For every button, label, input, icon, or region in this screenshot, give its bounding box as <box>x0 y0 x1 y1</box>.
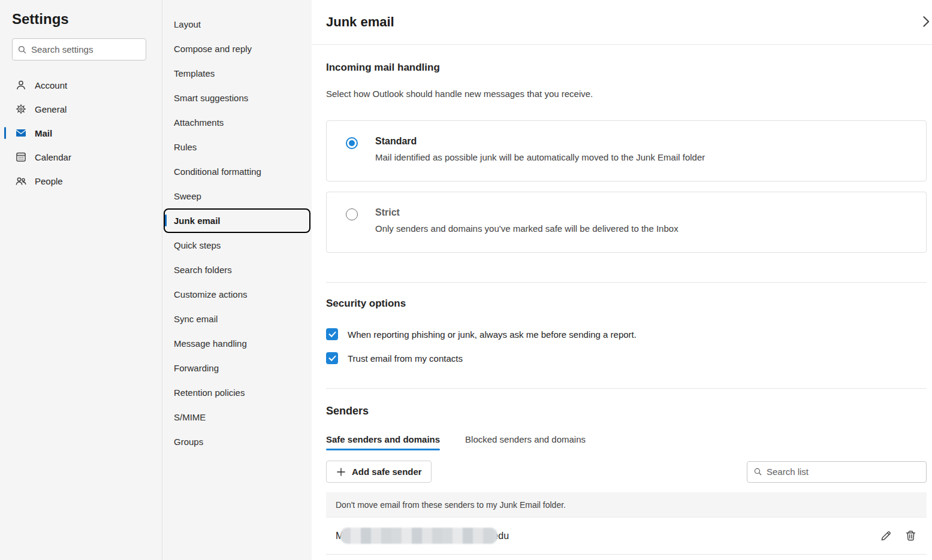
redacted-email-blur <box>340 528 497 544</box>
option-description: Only senders and domains you've marked s… <box>375 223 678 234</box>
search-list-box[interactable] <box>747 461 927 483</box>
security-options-heading: Security options <box>326 298 927 310</box>
sidebar-item-label: Account <box>35 80 67 90</box>
panel-header: Junk email <box>312 0 932 45</box>
settings-sidebar: Settings Account <box>0 0 162 560</box>
radio-strict[interactable] <box>346 208 358 220</box>
safe-sender-row: M edu <box>326 517 927 555</box>
row-actions <box>879 529 917 543</box>
sidebar-item-label: General <box>35 104 67 114</box>
subnav-item-conditional-formatting[interactable]: Conditional formatting <box>164 159 310 184</box>
subnav-item-customize-actions[interactable]: Customize actions <box>164 282 310 307</box>
chevron-right-icon <box>919 14 932 29</box>
section-divider <box>326 388 927 389</box>
subnav-item-quick-steps[interactable]: Quick steps <box>164 233 310 258</box>
incoming-mail-description: Select how Outlook should handle new mes… <box>326 89 927 99</box>
subnav-item-s-mime[interactable]: S/MIME <box>164 405 310 429</box>
search-icon <box>17 45 27 55</box>
option-label: Standard <box>375 136 705 147</box>
page-title: Junk email <box>326 14 394 30</box>
sidebar-item-general[interactable]: General <box>12 97 162 121</box>
panel-content: Incoming mail handling Select how Outloo… <box>312 62 932 555</box>
people-icon <box>15 175 27 187</box>
selected-accent-bar <box>4 127 6 139</box>
add-safe-sender-button[interactable]: Add safe sender <box>326 461 432 483</box>
subnav-item-groups[interactable]: Groups <box>164 429 310 454</box>
subnav-list: LayoutCompose and replyTemplatesSmart su… <box>162 12 312 454</box>
trash-icon <box>904 529 917 542</box>
subnav-item-forwarding[interactable]: Forwarding <box>164 356 310 380</box>
safe-sender-email: M edu <box>336 528 509 544</box>
subnav-item-junk-email[interactable]: Junk email <box>164 208 310 233</box>
sidebar-item-label: Calendar <box>35 152 71 162</box>
tab-blocked-senders[interactable]: Blocked senders and domains <box>465 434 586 450</box>
sidebar-item-account[interactable]: Account <box>12 73 162 97</box>
sidebar-item-label: People <box>35 176 63 186</box>
section-divider <box>326 282 927 283</box>
junk-email-panel: Junk email Incoming mail handling Select… <box>312 0 932 560</box>
settings-search-box[interactable] <box>12 38 146 60</box>
safe-senders-note: Don't move email from these senders to m… <box>326 492 927 517</box>
checkbox-checked-icon[interactable] <box>326 328 338 340</box>
senders-heading: Senders <box>326 405 927 417</box>
settings-title: Settings <box>12 11 162 28</box>
settings-category-nav: Account General Mail <box>12 73 162 193</box>
subnav-item-sync-email[interactable]: Sync email <box>164 307 310 331</box>
senders-tabs: Safe senders and domains Blocked senders… <box>326 434 927 450</box>
subnav-item-rules[interactable]: Rules <box>164 135 310 159</box>
mail-icon <box>15 127 27 139</box>
mail-settings-subnav: LayoutCompose and replyTemplatesSmart su… <box>162 0 312 560</box>
subnav-item-attachments[interactable]: Attachments <box>164 110 310 135</box>
subnav-item-search-folders[interactable]: Search folders <box>164 258 310 282</box>
subnav-item-layout[interactable]: Layout <box>164 12 310 37</box>
subnav-item-retention-policies[interactable]: Retention policies <box>164 380 310 405</box>
person-icon <box>15 79 27 91</box>
option-label: Strict <box>375 207 678 218</box>
safe-senders-toolbar: Add safe sender <box>326 461 927 483</box>
subnav-item-compose-and-reply[interactable]: Compose and reply <box>164 37 310 61</box>
checkbox-row-trust-contacts[interactable]: Trust email from my contacts <box>326 352 927 364</box>
edit-sender-button[interactable] <box>879 529 892 543</box>
search-list-input[interactable] <box>767 467 920 477</box>
subnav-item-templates[interactable]: Templates <box>164 61 310 86</box>
tab-safe-senders[interactable]: Safe senders and domains <box>326 434 440 450</box>
sidebar-item-mail[interactable]: Mail <box>12 121 162 145</box>
add-safe-sender-label: Add safe sender <box>352 467 422 477</box>
checkbox-label: When reporting phishing or junk, always … <box>348 329 637 340</box>
search-icon <box>753 467 762 476</box>
checkbox-label: Trust email from my contacts <box>348 353 463 364</box>
subnav-item-sweep[interactable]: Sweep <box>164 184 310 208</box>
option-strict[interactable]: Strict Only senders and domains you've m… <box>326 192 927 253</box>
subnav-item-message-handling[interactable]: Message handling <box>164 331 310 356</box>
plus-icon <box>336 467 346 477</box>
checkbox-checked-icon[interactable] <box>326 352 338 364</box>
calendar-icon <box>15 151 27 163</box>
gear-icon <box>15 103 27 115</box>
option-standard[interactable]: Standard Mail identified as possible jun… <box>326 120 927 181</box>
radio-standard[interactable] <box>346 137 358 149</box>
sidebar-item-calendar[interactable]: Calendar <box>12 145 162 169</box>
option-description: Mail identified as possible junk will be… <box>375 152 705 162</box>
settings-dialog: Settings Account <box>0 0 932 560</box>
checkbox-row-report-confirm[interactable]: When reporting phishing or junk, always … <box>326 328 927 340</box>
subnav-item-smart-suggestions[interactable]: Smart suggestions <box>164 86 310 110</box>
pencil-icon <box>880 529 892 542</box>
incoming-mail-heading: Incoming mail handling <box>326 62 927 74</box>
settings-search-input[interactable] <box>31 44 141 55</box>
sidebar-item-people[interactable]: People <box>12 169 162 193</box>
sidebar-item-label: Mail <box>35 128 52 138</box>
expand-panel-button[interactable] <box>918 14 932 31</box>
delete-sender-button[interactable] <box>904 529 917 543</box>
